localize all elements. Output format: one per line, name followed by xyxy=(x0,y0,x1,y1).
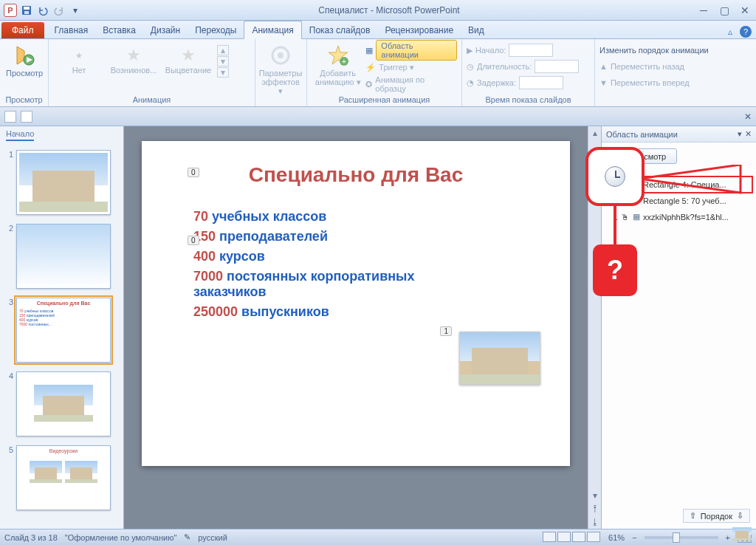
help-icon[interactable]: ? xyxy=(740,26,752,38)
play-icon: ▶ xyxy=(619,151,625,161)
slides-tab-icon[interactable] xyxy=(21,111,32,123)
view-buttons[interactable] xyxy=(542,532,601,544)
outline-tab[interactable]: Начало xyxy=(6,129,34,141)
effect-row-3[interactable]: 1 🖱 ▦ xxzkiNphhBk?fs=1&hl... xyxy=(608,211,750,222)
group-animation: Анимация xyxy=(53,94,250,106)
zoom-slider[interactable] xyxy=(645,536,718,539)
reorder-label: Изменить порядок анимации xyxy=(599,42,709,58)
trigger-icon: ⚡ xyxy=(365,63,376,72)
mouse-icon: 🖱 xyxy=(621,213,630,222)
tab-file[interactable]: Файл xyxy=(1,22,44,38)
thumbnail-4[interactable] xyxy=(16,371,111,436)
slide-title[interactable]: Специально для Вас xyxy=(171,163,540,187)
next-slide[interactable]: ⭳ xyxy=(588,515,601,529)
move-later-button: ▼Переместить вперед xyxy=(599,75,690,91)
reorder-up-icon: ⇧ xyxy=(690,511,696,521)
preview-label: Просмотр xyxy=(6,69,43,78)
anim-tag-0b[interactable]: 0 xyxy=(188,236,199,245)
gallery-down[interactable]: ▾ xyxy=(217,56,229,66)
redo-button[interactable] xyxy=(52,3,66,18)
tab-transitions[interactable]: Переходы xyxy=(188,21,244,38)
status-theme: "Оформление по умолчанию" xyxy=(65,533,177,542)
animation-gallery[interactable]: ★Нет ★Возникнов... ★Выцветание ▴ ▾ ▾ xyxy=(53,41,229,78)
media-icon: ▦ xyxy=(633,212,640,222)
anim-tag-1[interactable]: 1 xyxy=(440,326,452,336)
reorder-down-icon: ⇩ xyxy=(737,511,743,521)
status-language[interactable]: русский xyxy=(198,533,227,542)
animation-pane: Область анимации ▾ ✕ ▶ Просмотр 0 ✶ Rect… xyxy=(601,126,756,529)
ribbon: Просмотр Просмотр ★Нет ★Возникнов... ★Вы… xyxy=(0,39,756,107)
preview-button[interactable]: Просмотр xyxy=(4,41,44,80)
effect-row-1[interactable]: 0 ✶ Rectangle 4: Специа... xyxy=(608,179,750,191)
ribbon-minimize-icon[interactable]: ▵ xyxy=(724,25,737,38)
gallery-up[interactable]: ▴ xyxy=(217,45,229,55)
status-slide: Слайд 3 из 18 xyxy=(4,533,58,542)
thumbnail-2[interactable] xyxy=(16,224,111,289)
clock-icon xyxy=(621,180,630,189)
scroll-up[interactable]: ▴ xyxy=(588,126,601,140)
play-animations-button[interactable]: ▶ Просмотр xyxy=(608,148,677,164)
delay-input xyxy=(519,76,563,89)
gallery-more[interactable]: ▾ xyxy=(217,67,229,78)
svg-marker-3 xyxy=(17,47,24,64)
thumbnail-1[interactable] xyxy=(16,150,111,215)
save-button[interactable] xyxy=(19,3,34,18)
tab-design[interactable]: Дизайн xyxy=(143,21,188,38)
prev-slide[interactable]: ⭱ xyxy=(588,502,601,515)
start-icon: ▶ xyxy=(467,46,472,55)
start-input xyxy=(509,44,553,57)
scroll-down[interactable]: ▾ xyxy=(588,489,601,502)
tab-home[interactable]: Главная xyxy=(47,21,96,38)
slide-editor: 0 Специально для Вас 0 70 учебных классо… xyxy=(124,126,601,529)
zoom-in-button[interactable]: + xyxy=(726,533,730,542)
svg-rect-2 xyxy=(24,11,29,14)
slide[interactable]: 0 Специально для Вас 0 70 учебных классо… xyxy=(142,141,570,466)
panel-close-icon[interactable]: ✕ xyxy=(744,112,752,122)
close-button[interactable]: ✕ xyxy=(737,4,753,17)
spellcheck-icon[interactable]: ✎ xyxy=(184,532,190,542)
undo-button[interactable] xyxy=(35,3,50,18)
window-controls: ─ ▢ ✕ xyxy=(695,4,753,17)
ribbon-tabs: Файл Главная Вставка Дизайн Переходы Ани… xyxy=(0,21,756,39)
app-icon[interactable]: P xyxy=(3,3,18,18)
pane-close-icon[interactable]: ✕ xyxy=(745,129,752,139)
minimize-button[interactable]: ─ xyxy=(695,4,712,17)
tab-slideshow[interactable]: Показ слайдов xyxy=(302,21,378,38)
reorder-button[interactable]: ⇧ Порядок ⇩ xyxy=(683,509,750,523)
tab-animations[interactable]: Анимация xyxy=(244,21,301,39)
tab-review[interactable]: Рецензирование xyxy=(377,21,461,38)
zoom-value[interactable]: 61% xyxy=(608,533,625,542)
add-animation-button: + Добавить анимацию ▾ xyxy=(312,41,364,89)
status-bar: Слайд 3 из 18 "Оформление по умолчанию" … xyxy=(0,529,756,545)
effect-options-icon xyxy=(269,44,292,67)
delay-icon: ◔ xyxy=(467,78,474,88)
duration-input xyxy=(535,60,579,73)
pane-icon: ▦ xyxy=(365,46,373,55)
tab-insert[interactable]: Вставка xyxy=(95,21,143,38)
slide-panel: Начало 1 2 3 Специально для Вас 70 учебн… xyxy=(0,126,124,529)
slide-canvas[interactable]: 0 Специально для Вас 0 70 учебных классо… xyxy=(124,126,588,529)
slide-image[interactable] xyxy=(459,332,540,385)
zoom-out-button[interactable]: − xyxy=(632,533,636,542)
window-title: Специалист - Microsoft PowerPoint xyxy=(83,5,695,16)
thumbnail-5[interactable]: Видеоуроки xyxy=(16,445,111,510)
animation-pane-title: Область анимации xyxy=(606,130,678,139)
add-animation-icon: + xyxy=(326,44,350,67)
animation-pane-button[interactable]: ▦ Область анимации xyxy=(365,42,457,58)
main-area: Начало 1 2 3 Специально для Вас 70 учебн… xyxy=(0,126,756,529)
star-icon: ✶ xyxy=(633,196,640,206)
thumbnail-3[interactable]: Специально для Вас 70 учебных классов 15… xyxy=(16,298,111,363)
svg-text:+: + xyxy=(342,58,346,66)
effect-row-2[interactable]: ✶ Rectangle 5: 70 учеб... xyxy=(608,195,750,207)
trigger-button: ⚡ Триггер ▾ xyxy=(365,59,457,75)
svg-point-7 xyxy=(278,52,284,58)
qat-customize[interactable]: ▾ xyxy=(68,3,83,18)
anim-tag-0a[interactable]: 0 xyxy=(188,168,199,177)
outline-tab-icon[interactable] xyxy=(4,111,16,123)
thumbnail-list[interactable]: 1 2 3 Специально для Вас 70 учебных клас… xyxy=(0,144,123,529)
maximize-button[interactable]: ▢ xyxy=(716,4,732,17)
tab-view[interactable]: Вид xyxy=(461,21,492,38)
pane-menu-icon[interactable]: ▾ xyxy=(738,129,742,139)
painter-icon: ✪ xyxy=(365,80,372,89)
duration-icon: ◷ xyxy=(467,62,474,72)
